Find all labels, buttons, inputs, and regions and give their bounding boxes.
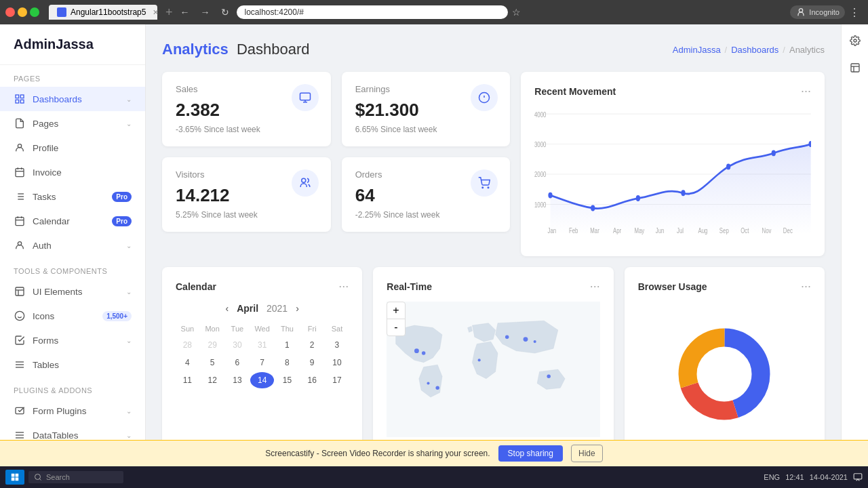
taskbar-language: ENG — [764, 473, 780, 481]
sidebar-item-tasks[interactable]: Tasks Pro — [0, 184, 145, 209]
sidebar-item-tables[interactable]: Tables — [0, 352, 145, 377]
cal-day[interactable]: 9 — [300, 354, 324, 371]
sidebar-item-form-plugins[interactable]: Form Plugins ⌄ — [0, 399, 145, 423]
breadcrumb-dashboards[interactable]: Dashboards — [731, 45, 778, 55]
browser-usage-menu[interactable]: ··· — [801, 279, 811, 293]
cal-day-today[interactable]: 14 — [250, 372, 274, 388]
cal-day[interactable]: 5 — [201, 354, 224, 371]
start-button[interactable] — [5, 470, 24, 485]
max-btn[interactable] — [30, 7, 39, 17]
svg-text:3000: 3000 — [534, 140, 546, 149]
dashboards-icon — [14, 93, 26, 105]
zoom-in[interactable]: + — [387, 302, 404, 319]
browser-tab[interactable]: Angular11bootstrap5 ✕ — [49, 5, 157, 20]
content-area: Analytics Dashboard AdminJassa / Dashboa… — [146, 24, 841, 488]
cal-day[interactable]: 1 — [275, 337, 299, 353]
main-content: Analytics Dashboard AdminJassa / Dashboa… — [146, 24, 841, 488]
cal-mon: Mon — [201, 322, 224, 336]
brand-logo: AdminJassa — [0, 24, 145, 65]
nav-refresh[interactable]: ↻ — [218, 5, 233, 19]
svg-point-0 — [800, 9, 803, 12]
close-btn[interactable] — [5, 7, 15, 17]
screencast-bar: Screencastify - Screen Video Recorder is… — [0, 440, 868, 466]
form-plugins-chevron: ⌄ — [126, 407, 132, 415]
right-panel-layout[interactable] — [844, 57, 866, 79]
cal-day[interactable]: 30 — [226, 337, 250, 353]
pages-label: Pages — [33, 119, 119, 129]
cal-day[interactable]: 28 — [176, 337, 199, 353]
cal-tue: Tue — [226, 322, 250, 336]
cal-day[interactable]: 4 — [176, 354, 199, 371]
new-tab-btn[interactable]: + — [165, 5, 173, 20]
cal-sat: Sat — [326, 322, 349, 336]
svg-point-77 — [436, 386, 439, 390]
sidebar-item-calendar[interactable]: Calendar Pro — [0, 209, 145, 233]
cal-day[interactable]: 17 — [326, 372, 349, 388]
cal-prev[interactable]: ‹ — [225, 303, 229, 314]
cal-day[interactable]: 13 — [226, 372, 250, 388]
sidebar-item-forms[interactable]: Forms ⌄ — [0, 328, 145, 352]
section-label-pages: Pages — [0, 65, 145, 87]
cal-day[interactable]: 3 — [326, 337, 349, 353]
tab-close[interactable]: ✕ — [153, 8, 159, 17]
sidebar-item-invoice[interactable]: Invoice — [0, 160, 145, 184]
auth-label: Auth — [33, 241, 119, 251]
cal-day[interactable]: 8 — [275, 354, 299, 371]
address-bar[interactable]: localhost:4200/# — [237, 5, 508, 19]
right-panel-settings[interactable] — [844, 30, 866, 52]
cal-day[interactable]: 16 — [300, 372, 324, 388]
bookmark-icon[interactable]: ☆ — [512, 7, 521, 18]
line-chart-svg: 4000 3000 2000 1000 — [534, 106, 811, 242]
title-highlight: Analytics — [162, 41, 229, 58]
chart-menu[interactable]: ··· — [801, 84, 811, 98]
cal-day[interactable]: 12 — [201, 372, 224, 388]
menu-icon[interactable]: ⋮ — [849, 6, 860, 19]
svg-point-42 — [488, 187, 490, 188]
min-btn[interactable] — [18, 7, 27, 17]
cal-day[interactable]: 31 — [250, 337, 274, 353]
bottom-row: Calendar ··· ‹ April 2021 › Sun Mon — [162, 267, 825, 451]
ui-elements-chevron: ⌄ — [126, 288, 132, 296]
sidebar-item-ui-elements[interactable]: UI Elements ⌄ — [0, 279, 145, 304]
cal-day[interactable]: 29 — [201, 337, 224, 353]
auth-chevron: ⌄ — [126, 242, 132, 249]
realtime-title: Real-Time — [387, 281, 432, 292]
cal-day[interactable]: 15 — [275, 372, 299, 388]
notification-icon[interactable] — [853, 472, 863, 482]
zoom-out[interactable]: - — [387, 319, 404, 336]
sidebar-item-auth[interactable]: Auth ⌄ — [0, 233, 145, 258]
right-panel — [841, 24, 868, 488]
cal-day[interactable]: 10 — [326, 354, 349, 371]
breadcrumb-home[interactable]: AdminJassa — [673, 45, 721, 55]
cal-next[interactable]: › — [296, 303, 299, 314]
hide-btn[interactable]: Hide — [571, 445, 603, 462]
svg-point-70 — [414, 348, 419, 353]
sidebar-item-profile[interactable]: Profile — [0, 136, 145, 160]
sidebar-item-pages[interactable]: Pages ⌄ — [0, 111, 145, 136]
sales-icon — [292, 84, 319, 111]
sidebar-item-dashboards[interactable]: Dashboards ⌄ — [0, 87, 145, 111]
nav-back[interactable]: ← — [177, 5, 193, 19]
cal-day[interactable]: 6 — [226, 354, 250, 371]
cal-day[interactable]: 11 — [176, 372, 199, 388]
sidebar-item-icons[interactable]: Icons 1,500+ — [0, 304, 145, 328]
taskbar-search-placeholder: Search — [46, 473, 70, 481]
tab-title: Angular11bootstrap5 — [71, 7, 146, 17]
right-stats-col: Earnings $21.300 6.65% Since last week O — [342, 72, 511, 256]
donut-inner — [698, 347, 751, 401]
forms-chevron: ⌄ — [126, 337, 132, 344]
taskbar-search[interactable]: Search — [28, 471, 123, 483]
cal-year: 2021 — [267, 303, 288, 314]
cal-menu[interactable]: ··· — [338, 279, 349, 293]
svg-rect-34 — [300, 93, 310, 100]
cal-day[interactable]: 2 — [300, 337, 324, 353]
svg-rect-16 — [16, 218, 24, 226]
realtime-menu[interactable]: ··· — [590, 279, 600, 293]
cal-day[interactable]: 7 — [250, 354, 274, 371]
nav-forward[interactable]: → — [197, 5, 214, 19]
donut-chart-container: .donut-segment { transition: opacity 0.3… — [638, 308, 811, 439]
svg-point-79 — [854, 39, 856, 42]
stop-sharing-btn[interactable]: Stop sharing — [498, 445, 563, 462]
profile-label: Profile — [33, 143, 132, 153]
svg-rect-3 — [20, 100, 24, 103]
